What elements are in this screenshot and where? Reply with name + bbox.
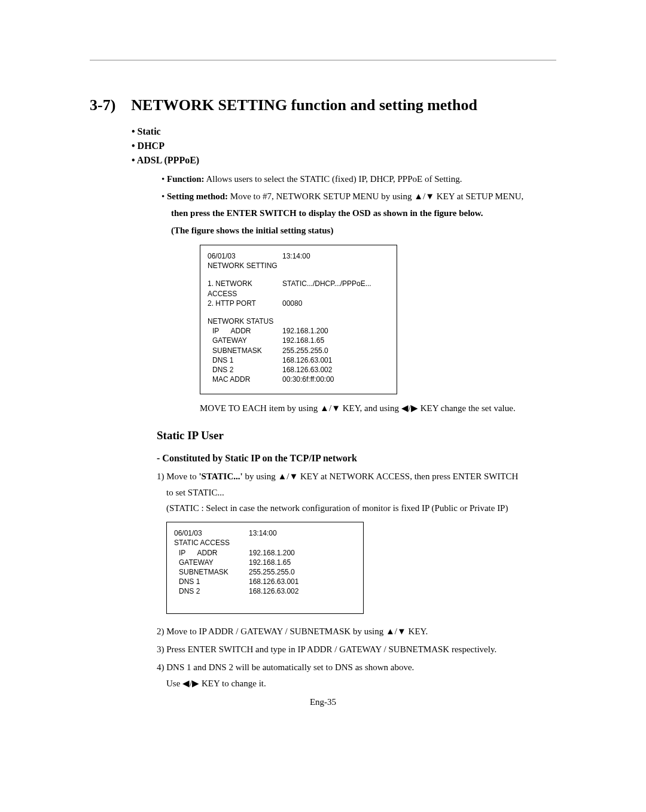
move-note: MOVE TO EACH item by using ▲/▼ KEY, and …	[200, 403, 556, 413]
osd1-item2-label: 2. HTTP PORT	[208, 299, 282, 308]
detail-list: Function: Allows users to select the STA…	[162, 171, 556, 205]
step1-a: 1) Move to	[157, 472, 199, 481]
page-number: Eng-35	[90, 697, 556, 707]
osd1-gw-value: 192.168.1.65	[282, 336, 324, 345]
osd1-date: 06/01/03	[208, 251, 282, 261]
osd2-time: 13:14:00	[249, 528, 277, 538]
setting-label: Setting method:	[167, 191, 228, 201]
osd1-status-header: NETWORK STATUS	[208, 317, 389, 326]
osd1-sn-label: SUBNETMASK	[212, 346, 282, 355]
osd-menu-network-setting: 06/01/03 13:14:00 NETWORK SETTING 1. NET…	[200, 245, 397, 394]
function-text: Allows users to select the STATIC (fixed…	[205, 174, 462, 184]
mode-adsl-label: ADSL (PPPoE)	[137, 155, 199, 165]
mode-list: Static DHCP ADSL (PPPoE) Function: Allow…	[132, 126, 556, 239]
setting-text2: then press the ENTER SWITCH to display t…	[171, 205, 556, 222]
setting-method-line: Setting method: Move to #7, NETWORK SETU…	[162, 188, 556, 205]
mode-adsl: ADSL (PPPoE) Function: Allows users to s…	[132, 155, 556, 239]
osd2-dns1-label: DNS 1	[179, 577, 249, 586]
osd1-dns2-label: DNS 2	[212, 365, 282, 375]
setting-text3: (The figure shows the initial setting st…	[171, 222, 556, 239]
static-ip-user-header: Static IP User	[157, 429, 556, 442]
osd1-mac-value: 00:30:6f:ff:00:00	[282, 375, 334, 384]
step1-b: 'STATIC...'	[199, 472, 242, 481]
osd2-dns2-value: 168.126.63.002	[249, 586, 298, 596]
osd1-dns2-value: 168.126.63.002	[282, 365, 332, 375]
section-title-text: NETWORK SETTING function and setting met…	[131, 96, 477, 114]
osd2-sn-label: SUBNETMASK	[179, 567, 249, 577]
osd2-dns2-label: DNS 2	[179, 586, 249, 596]
osd1-gw-label: GATEWAY	[212, 336, 282, 345]
osd2-date: 06/01/03	[174, 528, 249, 538]
step2: 2) Move to IP ADDR / GATEWAY / SUBNETMAS…	[157, 622, 556, 640]
osd1-item1-label: 1. NETWORK ACCESS	[208, 279, 282, 298]
step1-e: (STATIC : Select in case the network con…	[166, 501, 556, 516]
osd2-ip-value: 192.168.1.200	[249, 548, 295, 558]
osd1-item2-value: 00080	[282, 299, 302, 308]
setting-text1: Move to #7, NETWORK SETUP MENU by using …	[228, 191, 523, 201]
osd1-dns1-label: DNS 1	[212, 355, 282, 365]
osd1-title: NETWORK SETTING	[208, 261, 389, 270]
section-number: 3-7)	[90, 96, 115, 114]
osd1-mac-label: MAC ADDR	[212, 375, 282, 384]
function-label: Function:	[167, 174, 205, 184]
osd1-sn-value: 255.255.255.0	[282, 346, 328, 355]
osd-menu-static-access: 06/01/03 13:14:00 STATIC ACCESS IP ADDR1…	[166, 522, 364, 613]
osd2-gw-value: 192.168.1.65	[249, 558, 291, 567]
osd1-dns1-value: 168.126.63.001	[282, 355, 332, 365]
step1-d: to set STATIC...	[166, 485, 556, 501]
osd2-sn-value: 255.255.255.0	[249, 567, 295, 577]
function-line: Function: Allows users to select the STA…	[162, 171, 556, 188]
osd1-ip-value: 192.168.1.200	[282, 326, 328, 336]
step4: 4) DNS 1 and DNS 2 will be automatically…	[157, 658, 556, 676]
step3: 3) Press ENTER SWITCH and type in IP ADD…	[157, 640, 556, 658]
osd2-ip-label: IP ADDR	[179, 548, 249, 558]
osd2-gw-label: GATEWAY	[179, 558, 249, 567]
osd1-item1-value: STATIC.../DHCP.../PPPoE...	[282, 279, 371, 298]
osd1-ip-label: IP ADDR	[212, 326, 282, 336]
mode-static: Static	[132, 126, 556, 137]
static-constituted-header: - Constituted by Static IP on the TCP/IP…	[157, 453, 556, 464]
osd1-time: 13:14:00	[282, 251, 310, 261]
step1-c: by using ▲/▼ KEY at NETWORK ACCESS, then…	[243, 472, 519, 481]
mode-dhcp: DHCP	[132, 141, 556, 151]
step4b: Use ◀/▶ KEY to change it.	[166, 676, 556, 692]
section-heading: 3-7) NETWORK SETTING function and settin…	[90, 96, 556, 114]
osd2-title: STATIC ACCESS	[174, 538, 356, 548]
osd2-dns1-value: 168.126.63.001	[249, 577, 298, 586]
header-rule	[90, 60, 556, 60]
